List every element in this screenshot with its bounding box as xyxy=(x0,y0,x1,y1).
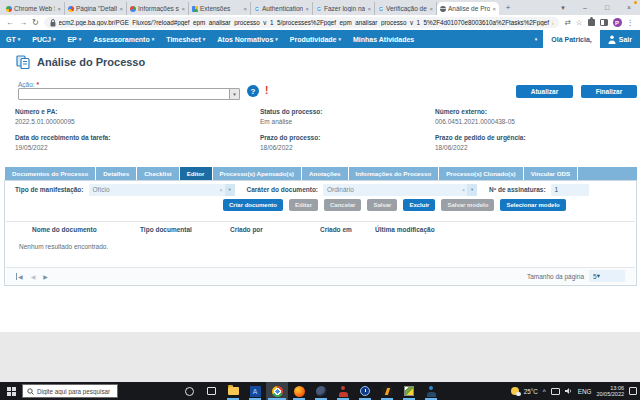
logout-button[interactable]: Sair xyxy=(600,35,640,44)
chrome-button[interactable] xyxy=(266,382,288,400)
tab-close-icon[interactable]: × xyxy=(57,6,61,12)
new-tab-button[interactable]: + xyxy=(502,3,514,12)
tab-detalhes[interactable]: Detalhes xyxy=(96,167,136,180)
tab-close-icon[interactable]: × xyxy=(119,6,123,12)
clear-icon[interactable]: × xyxy=(220,187,223,193)
browser-tab[interactable]: Verificação de × xyxy=(375,2,437,15)
browser-tab[interactable]: Página "Detalh × xyxy=(65,2,127,15)
close-window-button[interactable]: × xyxy=(618,4,640,11)
weather-icon[interactable] xyxy=(511,387,519,395)
task-view-button[interactable] xyxy=(200,382,222,400)
browser-tab[interactable]: Informações so × xyxy=(127,2,189,15)
carater-documento-select[interactable]: Ordinário × ▾ xyxy=(323,184,477,196)
browser-tab[interactable]: Chrome Web S × xyxy=(3,2,65,15)
blue-person-app-button[interactable] xyxy=(420,382,442,400)
chevron-down-icon[interactable]: ▾ xyxy=(597,272,600,280)
tab-close-icon[interactable]: × xyxy=(305,6,309,12)
column-criado-por[interactable]: Criado por xyxy=(230,226,320,233)
side-panel-icon[interactable] xyxy=(600,19,608,26)
flash-app-button[interactable] xyxy=(376,382,398,400)
maximize-button[interactable]: □ xyxy=(596,4,618,11)
chevron-down-icon[interactable]: ▾ xyxy=(229,89,239,99)
nav-item-gt[interactable]: GT ▾ xyxy=(0,30,26,48)
red-person-app-button[interactable] xyxy=(332,382,354,400)
clear-icon[interactable]: × xyxy=(462,187,465,193)
tab-processos-clonados[interactable]: Processo(s) Clonado(s) xyxy=(439,167,522,180)
nav-item-atos-normativos[interactable]: Atos Normativos ▾ xyxy=(211,30,284,48)
action-center-icon[interactable] xyxy=(629,387,637,395)
browser-menu-icon[interactable]: ⋮ xyxy=(627,18,635,27)
criar-documento-button[interactable]: Criar documento xyxy=(223,199,283,211)
selecionar-modelo-button[interactable]: Selecionar modelo xyxy=(500,199,565,211)
tab-checklist[interactable]: Checklist xyxy=(137,167,179,180)
acao-select[interactable]: ▾ xyxy=(18,88,240,100)
nav-item-pucj[interactable]: PUCJ ▾ xyxy=(26,30,61,48)
blue-a-app-button[interactable]: A xyxy=(244,382,266,400)
editar-button[interactable]: Editar xyxy=(289,199,318,211)
browser-tab-active[interactable]: Análise de Pro × xyxy=(437,2,499,15)
language-indicator[interactable]: ENG xyxy=(578,388,592,395)
tab-close-icon[interactable]: × xyxy=(429,6,433,12)
file-explorer-button[interactable] xyxy=(222,382,244,400)
url-field[interactable]: ecm2.pge.ba.gov.br/PGE_Fluxos/?reload#pg… xyxy=(44,17,560,28)
cortana-button[interactable] xyxy=(178,382,200,400)
volume-icon[interactable] xyxy=(565,387,573,395)
chevron-down-icon[interactable]: ▾ xyxy=(225,184,235,196)
show-hidden-icons-chevron[interactable]: ^ xyxy=(543,388,546,395)
swap-arrows-icon[interactable]: ⇄ xyxy=(564,18,570,27)
tab-anotacoes[interactable]: Anotações xyxy=(302,167,348,180)
column-nome-documento[interactable]: Nome do documento xyxy=(32,226,140,233)
nav-item-timesheet[interactable]: Timesheet ▾ xyxy=(160,30,211,48)
temperature[interactable]: 25°C xyxy=(524,388,538,395)
bookmark-star-icon[interactable]: ☆ xyxy=(576,18,583,27)
tab-close-icon[interactable]: × xyxy=(243,6,247,12)
num-assinaturas-input[interactable]: 1 xyxy=(551,184,589,196)
atualizar-button[interactable]: Atualizar xyxy=(516,85,573,98)
extensions-puzzle-icon[interactable] xyxy=(588,19,595,26)
browser-tab[interactable]: Extensões × xyxy=(189,2,251,15)
salvar-modelo-button[interactable]: Salvar modelo xyxy=(441,199,494,211)
blue-clock-app-button[interactable] xyxy=(354,382,376,400)
start-button[interactable] xyxy=(0,382,22,400)
nav-item-ep[interactable]: EP ▾ xyxy=(61,30,87,48)
nav-item-assessoramento[interactable]: Assessoramento ▾ xyxy=(87,30,160,48)
nav-overflow-chevron-icon[interactable]: ▾ xyxy=(529,36,544,42)
tab-editor[interactable]: Editor xyxy=(180,167,212,180)
user-greeting[interactable]: Olá Patricia, xyxy=(543,30,599,48)
tab-informacoes-do-processo[interactable]: Informações do Processo xyxy=(349,167,439,180)
profile-avatar[interactable]: P xyxy=(613,18,622,27)
finalizar-button[interactable]: Finalizar xyxy=(581,85,637,98)
cancelar-button[interactable]: Cancelar xyxy=(324,199,361,211)
network-icon[interactable] xyxy=(551,388,560,395)
editor-app-button[interactable] xyxy=(398,382,420,400)
nav-item-produtividade[interactable]: Produtividade ▾ xyxy=(284,30,347,48)
forward-icon[interactable]: → xyxy=(19,19,27,27)
salvar-button[interactable]: Salvar xyxy=(367,199,397,211)
help-icon[interactable]: ? xyxy=(247,85,259,97)
column-criado-em[interactable]: Criado em xyxy=(320,226,375,233)
tipo-manifestacao-select[interactable]: Ofício × ▾ xyxy=(89,184,235,196)
tab-close-icon[interactable]: × xyxy=(181,6,185,12)
tab-close-icon[interactable]: × xyxy=(367,6,371,12)
previous-page-icon[interactable]: ◀ xyxy=(31,273,36,280)
reload-icon[interactable]: ↻ xyxy=(32,19,39,27)
browser-tab[interactable]: Fazer login nas × xyxy=(313,2,375,15)
taskbar-search-input[interactable]: Digite aqui para pesquisar xyxy=(22,384,118,398)
minimize-button[interactable]: – xyxy=(574,4,596,11)
column-tipo-documental[interactable]: Tipo documental xyxy=(140,226,230,233)
tab-close-icon[interactable]: × xyxy=(492,6,496,12)
dark-disc-app-button[interactable] xyxy=(310,382,332,400)
next-page-icon[interactable]: ▶ xyxy=(43,273,48,280)
browser-tab[interactable]: Authentication × xyxy=(251,2,313,15)
tab-search-icon[interactable]: ▾ xyxy=(552,4,574,12)
excluir-button[interactable]: Excluir xyxy=(403,199,435,211)
taskbar-clock[interactable]: 13:06 20/05/2022 xyxy=(596,385,624,398)
page-size-select[interactable]: 5 ▾ xyxy=(589,270,625,282)
firefox-button[interactable] xyxy=(288,382,310,400)
first-page-icon[interactable]: ◀ xyxy=(16,273,23,280)
column-ultima-modificacao[interactable]: Última modificação xyxy=(375,226,635,233)
tab-documentos-do-processo[interactable]: Documentos do Processo xyxy=(5,167,95,180)
back-icon[interactable]: ← xyxy=(6,19,14,27)
tab-vincular-ods[interactable]: Vincular ODS xyxy=(524,167,577,180)
nav-item-minhas-atividades[interactable]: Minhas Atividades xyxy=(347,30,420,48)
